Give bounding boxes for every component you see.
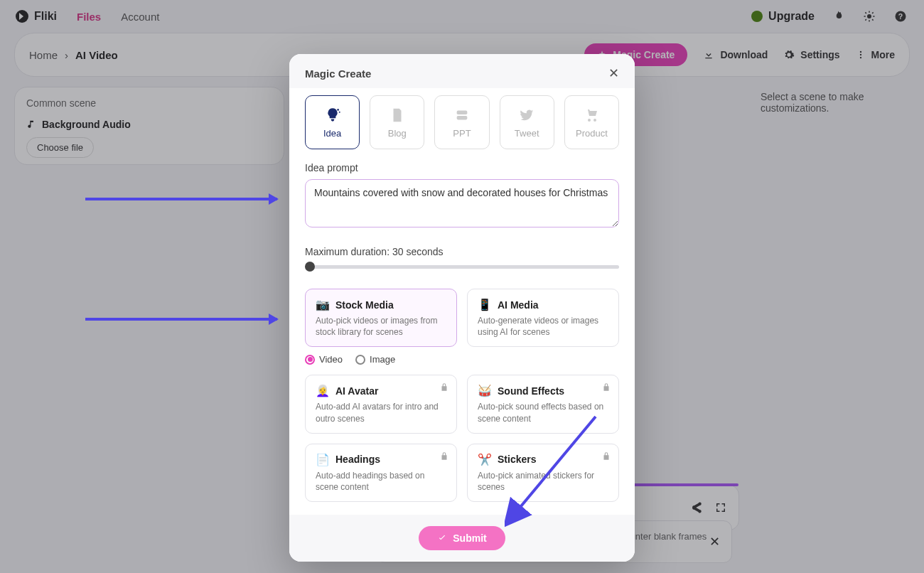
- card-title: AI Avatar: [335, 385, 378, 397]
- lock-icon: [601, 451, 611, 461]
- modal-close-icon[interactable]: ✕: [608, 65, 619, 81]
- submit-label: Submit: [453, 532, 486, 544]
- radio-image-label: Image: [370, 354, 395, 365]
- radio-video[interactable]: Video: [305, 354, 343, 365]
- duration-label: Maximum duration: 30 seconds: [305, 246, 619, 257]
- card-title: Stickers: [498, 454, 536, 465]
- card-headings[interactable]: 📄Headings Auto-add headings based on sce…: [305, 444, 457, 502]
- card-title: Stock Media: [335, 299, 394, 311]
- document-icon: [387, 107, 407, 124]
- media-type-radio: Video Image: [305, 354, 619, 365]
- modal-header: Magic Create ✕: [289, 54, 635, 88]
- tab-idea[interactable]: Idea: [305, 95, 360, 149]
- twitter-icon: [517, 107, 537, 124]
- tab-tweet-label: Tweet: [515, 128, 539, 139]
- slider-thumb[interactable]: [305, 262, 315, 272]
- card-desc: Auto-generate videos or images using AI …: [478, 315, 608, 338]
- source-tabs: Idea Blog PPT: [305, 95, 619, 149]
- camera-icon: 📷: [316, 298, 330, 311]
- cart-icon: [581, 107, 601, 124]
- tab-tweet[interactable]: Tweet: [500, 95, 554, 149]
- tab-blog[interactable]: Blog: [370, 95, 424, 149]
- scissors-icon: ✂️: [478, 453, 492, 466]
- options-grid: 📷Stock Media Auto-pick videos or images …: [305, 289, 619, 347]
- radio-video-label: Video: [319, 354, 343, 365]
- card-title: Sound Effects: [498, 385, 564, 397]
- page-icon: 📄: [316, 453, 330, 466]
- card-ai-media[interactable]: 📱AI Media Auto-generate videos or images…: [467, 289, 619, 347]
- tab-product-label: Product: [576, 128, 608, 139]
- radio-dot-icon: [305, 355, 315, 365]
- card-ai-avatar[interactable]: 👩‍🦳AI Avatar Auto-add AI avatars for int…: [305, 375, 457, 433]
- lock-icon: [601, 382, 611, 392]
- slides-icon: [452, 107, 472, 124]
- lock-icon: [439, 382, 449, 392]
- submit-button[interactable]: Submit: [419, 526, 505, 550]
- avatar-icon: 👩‍🦳: [316, 384, 330, 397]
- card-desc: Auto-add AI avatars for intro and outro …: [316, 401, 446, 424]
- card-desc: Auto-add headings based on scene content: [316, 470, 446, 493]
- modal-footer: Submit: [289, 515, 635, 562]
- annotation-arrow-2: [85, 318, 277, 321]
- card-desc: Auto-pick sound effects based on scene c…: [478, 401, 608, 424]
- drum-icon: 🥁: [478, 384, 492, 397]
- card-title: Headings: [335, 454, 380, 465]
- lock-icon: [439, 451, 449, 461]
- check-icon: [437, 533, 447, 543]
- lightbulb-icon: [323, 107, 343, 124]
- svg-point-14: [337, 109, 339, 111]
- modal-overlay: Magic Create ✕ Idea Blog: [0, 0, 924, 573]
- card-desc: Auto-pick videos or images from stock li…: [316, 315, 446, 338]
- tab-ppt-label: PPT: [453, 128, 471, 139]
- tab-ppt[interactable]: PPT: [434, 95, 489, 149]
- card-sound-effects[interactable]: 🥁Sound Effects Auto-pick sound effects b…: [467, 375, 619, 433]
- card-desc: Auto-pick animated stickers for scenes: [478, 470, 608, 493]
- tab-blog-label: Blog: [388, 128, 407, 139]
- phone-icon: 📱: [478, 298, 492, 311]
- idea-prompt-input[interactable]: [305, 179, 619, 227]
- magic-create-modal: Magic Create ✕ Idea Blog: [289, 54, 635, 562]
- card-stock-media[interactable]: 📷Stock Media Auto-pick videos or images …: [305, 289, 457, 347]
- radio-dot-icon: [355, 355, 365, 365]
- duration-slider[interactable]: [305, 263, 619, 270]
- card-stickers[interactable]: ✂️Stickers Auto-pick animated stickers f…: [467, 444, 619, 502]
- tab-product[interactable]: Product: [564, 95, 619, 149]
- modal-title: Magic Create: [305, 68, 371, 80]
- tab-idea-label: Idea: [323, 128, 341, 139]
- radio-image[interactable]: Image: [355, 354, 395, 365]
- locked-options-grid: 👩‍🦳AI Avatar Auto-add AI avatars for int…: [305, 375, 619, 502]
- svg-rect-17: [457, 115, 468, 119]
- annotation-arrow-1: [85, 198, 277, 200]
- slider-track: [305, 265, 619, 269]
- svg-rect-16: [457, 110, 468, 114]
- svg-point-15: [338, 111, 340, 112]
- prompt-label: Idea prompt: [305, 162, 619, 173]
- card-title: AI Media: [498, 299, 539, 311]
